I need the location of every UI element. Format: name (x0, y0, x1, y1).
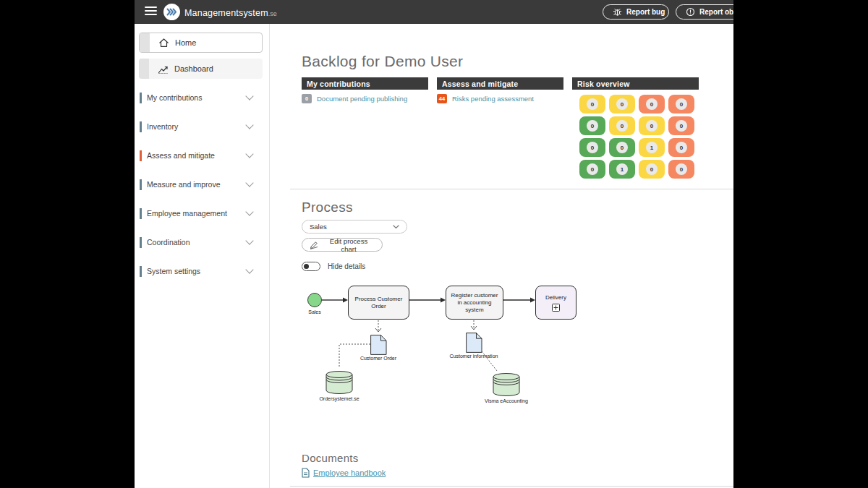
sidebar-item-coordination[interactable]: Coordination (135, 232, 270, 252)
home-icon (158, 38, 169, 48)
risk-count: 0 (676, 120, 687, 132)
category-color-bar (140, 121, 142, 132)
risk-count: 0 (587, 142, 598, 153)
risk-count: 0 (616, 98, 628, 110)
backlog-panels: My contributions 0 Document pending publ… (302, 77, 699, 179)
item-thumbnail (140, 33, 150, 52)
process-select[interactable]: Sales (302, 220, 407, 234)
document-customer-information-shape[interactable] (466, 333, 482, 356)
count-badge: 44 (437, 94, 447, 103)
bottom-divider (290, 486, 733, 487)
task-delivery[interactable]: Delivery (535, 286, 576, 320)
process-section-title: Process (302, 200, 353, 215)
risk-cell-green[interactable]: 0 (579, 138, 605, 157)
logo-chevrons-icon (163, 4, 180, 20)
document-customer-order-shape[interactable] (370, 335, 387, 358)
risk-cell-orange[interactable]: 0 (668, 138, 694, 157)
risk-count: 0 (676, 98, 687, 110)
database-label: Ordersystemet.se (303, 396, 375, 403)
task-process-customer-order[interactable]: Process Customer Order (348, 286, 409, 320)
sidebar-item-label: Home (175, 38, 196, 47)
item-thumbnail (139, 59, 149, 79)
risk-cell-yellow[interactable]: 0 (579, 95, 605, 114)
category-color-bar (140, 93, 142, 103)
count-badge: 0 (302, 94, 312, 103)
brand-suffix: .se (268, 10, 277, 17)
chevron-down-icon (245, 179, 253, 187)
risk-count: 0 (616, 120, 628, 132)
pending-publishing-link[interactable]: Document pending publishing (317, 95, 407, 103)
report-bug-button[interactable]: Report bug (603, 4, 669, 20)
risk-cell-yellow[interactable]: 1 (639, 138, 665, 157)
risk-cell-yellow[interactable]: 0 (609, 95, 635, 114)
risk-count: 0 (646, 120, 658, 132)
report-observation-button[interactable]: Report obse (676, 4, 733, 20)
risk-cell-yellow[interactable]: 0 (639, 160, 665, 179)
category-color-bar (140, 150, 142, 161)
database-label: Visma eAccounting (481, 398, 532, 405)
panel-my-contributions: My contributions 0 Document pending publ… (302, 77, 428, 179)
risk-cell-yellow[interactable]: 0 (639, 116, 665, 135)
risk-cell-green[interactable]: 0 (609, 138, 635, 157)
hamburger-menu-icon[interactable] (145, 7, 157, 17)
sidebar-item-assess-and-mitigate[interactable]: Assess and mitigate (135, 145, 270, 166)
sidebar-item-label: Inventory (147, 122, 247, 131)
sidebar-item-label: Measure and improve (147, 180, 247, 189)
risk-cell-orange[interactable]: 0 (639, 95, 665, 114)
sidebar-item-measure-and-improve[interactable]: Measure and improve (135, 174, 270, 194)
sidebar-item-system-settings[interactable]: System settings (135, 261, 270, 281)
task-label: Process Customer Order (352, 296, 406, 310)
category-color-bar (140, 266, 142, 277)
sidebar-item-employee-management[interactable]: Employee management (135, 203, 270, 223)
chevron-down-icon (393, 225, 399, 229)
risk-cell-orange[interactable]: 0 (668, 160, 694, 179)
document-icon (302, 468, 310, 478)
risk-cell-yellow[interactable]: 0 (609, 116, 635, 135)
document-label: Customer Order (349, 356, 407, 362)
edit-process-chart-button[interactable]: Edit process chart (302, 238, 383, 252)
chevron-down-icon (245, 150, 253, 158)
sidebar-item-home[interactable]: Home (139, 33, 263, 53)
task-register-customer[interactable]: Register customer in accounting system (446, 286, 503, 320)
app-logo[interactable]: Managementsystem.se (163, 4, 277, 20)
risk-count: 0 (646, 98, 658, 110)
main-content: Backlog for Demo User My contributions 0… (270, 24, 733, 488)
category-color-bar (140, 179, 142, 190)
report-observation-label: Report obse (699, 8, 733, 16)
subprocess-expand-icon[interactable] (551, 304, 561, 312)
sidebar-item-label: Employee management (147, 209, 247, 218)
panel-header: Assess and mitigate (437, 77, 563, 90)
start-event-circle[interactable] (307, 293, 322, 307)
risk-count: 0 (587, 98, 598, 110)
risk-count: 0 (676, 142, 687, 153)
dashboard-chart-icon (158, 64, 169, 74)
employee-handbook-link[interactable]: Employee handbook (313, 468, 386, 477)
risk-cell-green[interactable]: 0 (579, 116, 605, 135)
page-title: Backlog for Demo User (302, 53, 463, 70)
process-flowchart: Sales Process Customer Order Register cu… (270, 282, 733, 448)
chevron-down-icon (245, 207, 253, 215)
risk-cell-green[interactable]: 1 (609, 160, 635, 179)
sidebar-item-dashboard[interactable]: Dashboard (139, 59, 263, 79)
top-bar: Managementsystem.se Report bug (135, 0, 733, 24)
risk-count: 0 (676, 163, 687, 175)
sidebar-item-label: Coordination (147, 238, 247, 247)
sidebar-item-my-contributions[interactable]: My contributions (135, 87, 270, 108)
risk-cell-orange[interactable]: 0 (668, 116, 694, 135)
edit-process-chart-label: Edit process chart (323, 237, 375, 253)
sidebar-item-inventory[interactable]: Inventory (135, 116, 270, 137)
chevron-down-icon (245, 236, 253, 244)
database-visma-shape[interactable] (493, 372, 520, 400)
panel-assess-and-mitigate: Assess and mitigate 44 Risks pending ass… (437, 77, 563, 179)
app-window: Managementsystem.se Report bug (135, 0, 733, 488)
report-bug-label: Report bug (626, 8, 665, 16)
hide-details-toggle[interactable] (302, 262, 320, 271)
section-divider (290, 189, 733, 189)
risk-cell-orange[interactable]: 0 (668, 95, 694, 114)
database-ordersystemet-shape[interactable] (326, 370, 353, 398)
hide-details-label: Hide details (328, 262, 365, 270)
risk-count: 0 (587, 120, 598, 132)
pending-assessment-link[interactable]: Risks pending assessment (452, 95, 534, 103)
chevron-down-icon (245, 265, 253, 273)
risk-cell-green[interactable]: 0 (579, 160, 605, 179)
